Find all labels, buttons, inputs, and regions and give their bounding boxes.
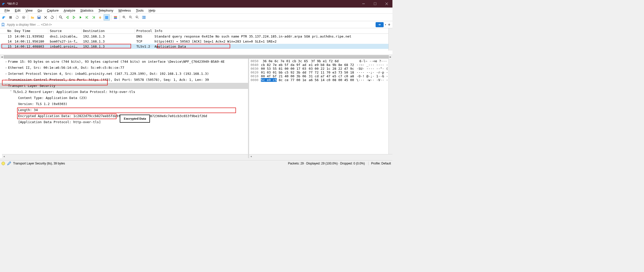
svg-point-11 bbox=[59, 16, 61, 18]
detail-line[interactable]: ˅Transport Layer Security bbox=[0, 83, 248, 89]
go-back-icon[interactable] bbox=[64, 14, 70, 20]
edit-comment-icon[interactable] bbox=[7, 161, 11, 165]
zoom-reset-icon[interactable]: 1 bbox=[134, 14, 140, 20]
packet-list-scrollbar[interactable] bbox=[388, 28, 392, 51]
zoom-out-icon[interactable] bbox=[128, 14, 134, 20]
svg-rect-1 bbox=[374, 3, 376, 5]
status-text: Transport Layer Security (tls), 39 bytes bbox=[13, 162, 288, 165]
zoom-in-icon[interactable] bbox=[121, 14, 127, 20]
minimize-button[interactable] bbox=[358, 0, 369, 8]
capture-options-icon[interactable] bbox=[21, 14, 27, 20]
svg-text:1: 1 bbox=[136, 16, 137, 18]
save-file-icon[interactable] bbox=[36, 14, 42, 20]
annotation-label: Encrypted Data bbox=[120, 115, 150, 123]
go-last-icon[interactable] bbox=[91, 14, 97, 20]
packet-details-pane[interactable]: ›Frame 15: 93 bytes on wire (744 bits), … bbox=[0, 59, 249, 158]
hex-row[interactable]: 003000 53 55 81 00 00 17 0303 00 22 1c 2… bbox=[251, 67, 391, 71]
bookmark-filter-icon[interactable] bbox=[1, 23, 5, 27]
display-filter-input[interactable] bbox=[6, 22, 376, 27]
expert-info-icon[interactable] bbox=[2, 162, 5, 165]
detail-line[interactable]: Length: 34 bbox=[0, 107, 248, 113]
menu-statistics[interactable]: Statistics bbox=[78, 8, 96, 13]
svg-rect-20 bbox=[114, 18, 117, 19]
hex-scrollbar[interactable] bbox=[388, 59, 392, 154]
svg-line-29 bbox=[138, 18, 139, 19]
svg-rect-31 bbox=[142, 16, 143, 19]
wireshark-icon bbox=[2, 2, 6, 6]
detail-line[interactable]: Content Type: Application Data (23) bbox=[0, 95, 248, 101]
jump-packet-icon[interactable] bbox=[77, 14, 84, 20]
menu-go[interactable]: Go bbox=[35, 8, 44, 13]
svg-line-12 bbox=[61, 18, 62, 19]
close-file-icon[interactable] bbox=[43, 14, 49, 20]
main-toolbar: 1 bbox=[0, 14, 392, 21]
go-forward-icon[interactable] bbox=[71, 14, 77, 20]
svg-rect-8 bbox=[38, 16, 40, 17]
packet-row[interactable]: 1414:00:11.956180bom07s27-in-f…192.168.1… bbox=[0, 39, 392, 44]
coloring-rules-icon[interactable] bbox=[112, 14, 118, 20]
svg-rect-19 bbox=[114, 17, 117, 18]
reload-icon[interactable] bbox=[49, 14, 55, 20]
hex-h-scrollbar[interactable]: ◂ bbox=[249, 154, 392, 158]
menu-help[interactable]: Help bbox=[146, 8, 158, 13]
packet-bytes-pane[interactable]: 005036 0e 6c 7e 01 cb 3c 653f 9b e1 f2 6… bbox=[249, 59, 392, 158]
column-source[interactable]: Source bbox=[48, 28, 82, 33]
details-scrollbar[interactable]: ◂ bbox=[2, 154, 248, 158]
detail-line[interactable]: ˅TLSv1.2 Record Layer: Application Data … bbox=[0, 89, 248, 95]
restart-capture-icon[interactable] bbox=[14, 14, 20, 20]
horizontal-scrollbar[interactable]: ◂ ▸ bbox=[0, 55, 392, 59]
title-bar: *Wi-Fi 2 bbox=[0, 0, 392, 8]
detail-line[interactable]: ›Ethernet II, Src: 00:1e:a6:56:14:c0, Ds… bbox=[0, 65, 248, 71]
detail-line[interactable]: ›Internet Protocol Version 4, Src: inba0… bbox=[0, 71, 248, 77]
menu-analyze[interactable]: Analyze bbox=[61, 8, 78, 13]
svg-rect-32 bbox=[144, 16, 144, 19]
menu-edit[interactable]: Edit bbox=[12, 8, 23, 13]
packet-list-header[interactable]: No Day Time Source Destination Protocol … bbox=[0, 28, 392, 34]
packet-list-pane[interactable]: No Day Time Source Destination Protocol … bbox=[0, 28, 392, 55]
start-capture-icon[interactable] bbox=[1, 14, 7, 20]
packet-row[interactable]: 1514:00:12.408803inba01.proini…192.168.1… bbox=[0, 44, 392, 49]
detail-line[interactable]: ›Frame 15: 93 bytes on wire (744 bits), … bbox=[0, 59, 248, 65]
maximize-button[interactable] bbox=[369, 0, 381, 8]
open-file-icon[interactable] bbox=[29, 14, 35, 20]
svg-rect-15 bbox=[105, 16, 108, 17]
resize-columns-icon[interactable] bbox=[141, 14, 147, 20]
detail-line[interactable]: ›Transmission Control Protocol, Src Port… bbox=[0, 77, 248, 83]
svg-rect-4 bbox=[9, 16, 12, 19]
hex-row[interactable]: 001000 4f bf 21 40 00 3b 0631 cd a7 47 e… bbox=[251, 74, 391, 78]
svg-line-26 bbox=[131, 18, 132, 19]
close-button[interactable] bbox=[381, 0, 392, 8]
svg-rect-17 bbox=[105, 18, 108, 19]
hex-row[interactable]: 002001 03 01 bb c5 92 3b dd7f 72 11 70 e… bbox=[251, 71, 391, 74]
hex-row[interactable]: 005036 0e 6c 7e 01 cb 3c 653f 9b e1 f2 6… bbox=[251, 59, 391, 63]
column-time[interactable]: Day Time bbox=[13, 28, 48, 33]
hex-row[interactable]: 0040cb 82 7e eb 5f da 9f ade1 e9 b8 8a 9… bbox=[251, 63, 391, 67]
svg-rect-16 bbox=[105, 17, 108, 18]
filter-dropdown-icon[interactable]: ▾ bbox=[384, 23, 387, 26]
column-info[interactable]: Info bbox=[153, 28, 392, 33]
detail-line[interactable]: Version: TLS 1.2 (0x0303) bbox=[0, 101, 248, 107]
hex-row[interactable]: 00005c e0 c5 8c ce 77 00 1ea6 56 14 c0 0… bbox=[251, 78, 391, 82]
apply-filter-button[interactable] bbox=[376, 22, 384, 27]
menu-telephony[interactable]: Telephony bbox=[96, 8, 116, 13]
add-filter-button[interactable]: + bbox=[387, 22, 391, 27]
svg-rect-18 bbox=[114, 16, 117, 17]
menu-tools[interactable]: Tools bbox=[133, 8, 146, 13]
menu-file[interactable]: File bbox=[2, 8, 12, 13]
column-no[interactable]: No bbox=[0, 28, 13, 33]
packet-row[interactable]: 1314:00:11.939582dns1.in2cable…192.168.1… bbox=[0, 34, 392, 39]
menu-wireless[interactable]: Wireless bbox=[116, 8, 134, 13]
svg-line-22 bbox=[125, 18, 126, 19]
column-destination[interactable]: Destination bbox=[82, 28, 135, 33]
autoscroll-icon[interactable] bbox=[97, 14, 103, 20]
status-stats: Packets: 29 · Displayed: 29 (100.0%) · D… bbox=[288, 162, 365, 165]
menu-capture[interactable]: Capture bbox=[45, 8, 61, 13]
display-filter-bar: ▾ + bbox=[0, 21, 392, 28]
go-first-icon[interactable] bbox=[84, 14, 90, 20]
column-protocol[interactable]: Protocol bbox=[135, 28, 153, 33]
colorize-icon[interactable] bbox=[104, 14, 110, 20]
status-profile[interactable]: Profile: Default bbox=[368, 162, 391, 165]
stop-capture-icon[interactable] bbox=[8, 14, 14, 20]
menu-view[interactable]: View bbox=[23, 8, 35, 13]
find-packet-icon[interactable] bbox=[58, 14, 64, 20]
